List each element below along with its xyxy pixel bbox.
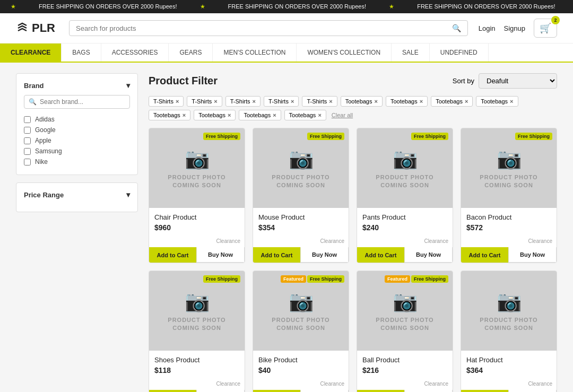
add-to-cart-button[interactable]: Add to Cart [357,247,404,263]
remove-filter-icon[interactable]: × [420,98,423,104]
brand-name: Apple [35,137,51,144]
nav-item-womens[interactable]: WOMEN'S COLLECTION [297,43,392,62]
nav-item-sale[interactable]: SALE [392,43,430,62]
product-info: Pants Product $240 [357,208,453,237]
remove-filter-icon[interactable]: × [465,98,468,104]
product-actions: Add to Cart Buy Now [357,390,453,392]
logo[interactable]: PLR [16,21,58,35]
buy-now-button[interactable]: Buy Now [196,247,245,263]
filter-tag[interactable]: T-Shirts × [264,96,299,107]
product-name: Ball Product [362,356,447,364]
brand-checkbox-google[interactable] [24,127,31,134]
buy-now-button[interactable]: Buy Now [508,390,557,392]
add-to-cart-button[interactable]: Add to Cart [357,390,404,392]
nav-item-accessories[interactable]: ACCESSORIES [101,43,169,62]
filter-tag[interactable]: T-Shirts × [187,96,222,107]
brand-item-adidas[interactable]: Adidas [24,114,130,125]
product-category: Clearance [253,380,349,390]
add-to-cart-button[interactable]: Add to Cart [461,390,508,392]
product-info: Bacon Product $572 [461,208,557,237]
brand-section-header[interactable]: Brand ▾ [24,81,130,90]
cart-badge: 2 [551,16,560,24]
filter-tag[interactable]: T-Shirts × [225,96,261,107]
add-to-cart-button[interactable]: Add to Cart [253,390,300,392]
remove-filter-icon[interactable]: × [176,98,179,104]
product-name: Bike Product [258,356,343,364]
filter-tag[interactable]: Tootebags × [239,110,281,120]
filter-tag[interactable]: Tootebags × [386,96,428,107]
remove-filter-icon[interactable]: × [273,112,276,118]
remove-filter-icon[interactable]: × [291,98,294,104]
login-link[interactable]: Login [479,24,496,32]
buy-now-button[interactable]: Buy Now [300,390,349,392]
product-card-ball: Featured Free Shipping 📷 PRODUCT PHOTOCO… [357,271,453,392]
search-input[interactable] [76,24,448,32]
add-to-cart-button[interactable]: Add to Cart [149,390,196,392]
product-actions: Add to Cart Buy Now [357,247,453,263]
product-price: $354 [258,223,343,232]
featured-badge: Featured [281,275,306,283]
search-bar[interactable]: 🔍 [69,20,468,36]
buy-now-button[interactable]: Buy Now [404,247,453,263]
product-card-bike: Featured Free Shipping 📷 PRODUCT PHOTOCO… [253,271,349,392]
filter-tag[interactable]: T-Shirts × [149,96,184,107]
camera-icon: 📷 [289,290,314,313]
cart-button[interactable]: 🛒 2 [534,19,557,38]
signup-link[interactable]: Signup [504,24,525,32]
buy-now-button[interactable]: Buy Now [300,247,349,263]
free-shipping-badge: Free Shipping [411,133,448,140]
nav-item-bags[interactable]: BAGS [62,43,101,62]
filter-tag[interactable]: Tootebags × [149,110,190,120]
brand-item-samsung[interactable]: Samsung [24,146,130,156]
brand-checkbox-apple[interactable] [24,137,31,144]
nav-item-gears[interactable]: GEARS [169,43,213,62]
buy-now-button[interactable]: Buy Now [508,247,557,263]
product-price: $572 [466,223,551,232]
brand-item-google[interactable]: Google [24,125,130,135]
sort-select[interactable]: Deafult Price: Low to High Price: High t… [479,73,557,89]
filter-tag[interactable]: T-Shirts × [302,96,337,107]
add-to-cart-button[interactable]: Add to Cart [253,247,300,263]
remove-filter-icon[interactable]: × [329,98,332,104]
product-name: Pants Product [362,213,447,221]
filter-tag[interactable]: Tootebags × [341,96,383,107]
brand-checkbox-nike[interactable] [24,159,31,165]
remove-filter-icon[interactable]: × [374,98,377,104]
buy-now-button[interactable]: Buy Now [404,390,453,392]
brand-checkbox-samsung[interactable] [24,148,31,155]
product-info: Shoes Product $118 [149,351,245,380]
filter-tag[interactable]: Tootebags × [476,96,518,107]
filter-tag[interactable]: Tootebags × [431,96,473,107]
remove-filter-icon[interactable]: × [214,98,217,104]
brand-item-nike[interactable]: Nike [24,156,130,167]
buy-now-button[interactable]: Buy Now [196,390,245,392]
add-to-cart-button[interactable]: Add to Cart [149,247,196,263]
brand-name: Nike [35,158,48,165]
price-range-header[interactable]: Price Range ▾ [24,190,130,199]
product-info: Ball Product $216 [357,351,453,380]
sort-label: Sort by [453,77,474,85]
nav-item-clearance[interactable]: CLEARANCE [0,43,62,62]
announcement-text: FREE SHIPPING ON ORDERS OVER 2000 Rupees… [39,3,177,10]
add-to-cart-button[interactable]: Add to Cart [461,247,508,263]
filter-tag[interactable]: Tootebags × [194,110,236,120]
brand-search-input[interactable] [40,98,125,106]
brand-search[interactable]: 🔍 [24,95,130,109]
remove-filter-icon[interactable]: × [183,112,186,118]
remove-filter-icon[interactable]: × [510,98,513,104]
remove-filter-icon[interactable]: × [253,98,256,104]
nav-item-mens[interactable]: MEN'S COLLECTION [213,43,297,62]
brand-checkbox-adidas[interactable] [24,116,31,123]
main-content: Brand ▾ 🔍 Adidas Google Apple Samsun [0,63,573,392]
filter-tag[interactable]: Tootebags × [284,110,326,120]
remove-filter-icon[interactable]: × [318,112,321,118]
star-icon: ★ [389,3,394,10]
brand-item-apple[interactable]: Apple [24,135,130,146]
nav-item-undefined[interactable]: UNDEFINED [430,43,489,62]
product-category: Clearance [357,380,453,390]
remove-filter-icon[interactable]: × [228,112,231,118]
free-shipping-badge: Free Shipping [307,275,344,283]
product-image: Free Shipping 📷 PRODUCT PHOTOCOMING SOON [149,128,245,208]
clear-all-button[interactable]: Clear all [332,112,353,118]
product-price: $960 [154,223,239,232]
